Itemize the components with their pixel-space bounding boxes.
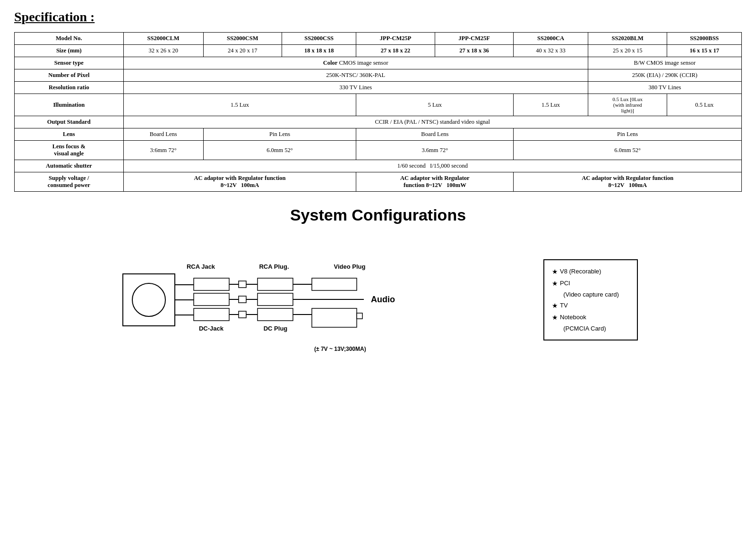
svg-rect-25 [357, 313, 362, 319]
audio-label: Audio [371, 295, 395, 304]
legend-text-pci: PCI (Video capture card) [560, 278, 619, 300]
col-header-ss2000css: SS2000CSS [282, 33, 356, 45]
page-title: Specification : [14, 9, 742, 25]
table-row-size: Size (mm) 32 x 26 x 20 24 x 20 x 17 18 x… [15, 45, 742, 57]
spec-table: Model No. SS2000CLM SS2000CSM SS2000CSS … [14, 32, 742, 192]
svg-rect-13 [239, 311, 246, 318]
rca-plug-label: RCA Plug. [259, 263, 289, 270]
col-header-ss2000ca: SS2000CA [514, 33, 588, 45]
col-header-ss2000clm: SS2000CLM [123, 33, 203, 45]
svg-rect-18 [258, 293, 293, 306]
system-config-title: System Configurations [14, 206, 742, 224]
legend-text-notebook: Notebook (PCMCIA Card) [560, 312, 606, 334]
legend-item-pci: ★ PCI (Video capture card) [552, 278, 629, 300]
table-row-resolution: Resolution ratio 330 TV Lines 380 TV Lin… [15, 82, 742, 94]
col-header-jpp-cm25p: JPP-CM25P [356, 33, 435, 45]
table-row-illumination: Illumination 1.5 Lux 5 Lux 1.5 Lux 0.5 L… [15, 94, 742, 116]
col-header-jpp-cm25f: JPP-CM25F [435, 33, 513, 45]
svg-rect-17 [258, 278, 293, 290]
col-header-model: Model No. [15, 33, 124, 45]
svg-rect-24 [312, 308, 357, 327]
dc-jack-label: DC-Jack [199, 325, 224, 332]
table-row-shutter: Automatic shutter 1/60 second I/15,000 s… [15, 160, 742, 172]
svg-rect-7 [194, 308, 229, 321]
svg-rect-11 [239, 281, 246, 288]
svg-rect-6 [194, 293, 229, 306]
legend-item-tv: ★ TV [552, 300, 629, 312]
system-diagram: RCA Jack DC-Jack RCA Plug. [118, 234, 506, 366]
star-icon-pci: ★ [552, 278, 558, 289]
table-row-sensor: Sensor type Color CMOS image sensor B/W … [15, 57, 742, 69]
star-icon-tv: ★ [552, 300, 558, 312]
table-row-supply: Supply voltage /consumed power AC adapto… [15, 172, 742, 192]
rca-jack-label: RCA Jack [187, 263, 215, 270]
dc-plug-label: DC Plug [264, 325, 288, 332]
dc-voltage-label: (± 7V ~ 13V;300MA) [314, 346, 366, 352]
col-header-ss2000bss: SS2000BSS [667, 33, 742, 45]
svg-point-1 [132, 283, 165, 316]
svg-rect-19 [258, 308, 293, 321]
table-row-lens: Lens Board Lens Pin Lens Board Lens Pin … [15, 128, 742, 141]
col-header-ss2000csm: SS2000CSM [203, 33, 282, 45]
legend-item-v8: ★ V8 (Recorable) [552, 266, 629, 278]
svg-rect-5 [194, 278, 229, 290]
table-row-output: Output Standard CCIR / EIA (PAL / NTSC) … [15, 116, 742, 128]
svg-rect-23 [312, 278, 357, 290]
legend-text-v8: V8 (Recorable) [560, 266, 601, 277]
legend-text-tv: TV [560, 300, 568, 311]
video-plug-label: Video Plug [334, 263, 366, 270]
star-icon-v8: ★ [552, 266, 558, 278]
table-row-lens-focus: Lens focus &visual angle 3:6mm 72° 6.0mm… [15, 141, 742, 160]
legend-box: ★ V8 (Recorable) ★ PCI (Video capture ca… [543, 259, 638, 340]
star-icon-notebook: ★ [552, 312, 558, 323]
legend-item-notebook: ★ Notebook (PCMCIA Card) [552, 312, 629, 334]
col-header-ss2020blm: SS2020BLM [588, 33, 667, 45]
svg-rect-12 [239, 296, 246, 303]
table-row-pixels: Number of Pixel 250K-NTSC/ 360K-PAL 250K… [15, 69, 742, 82]
